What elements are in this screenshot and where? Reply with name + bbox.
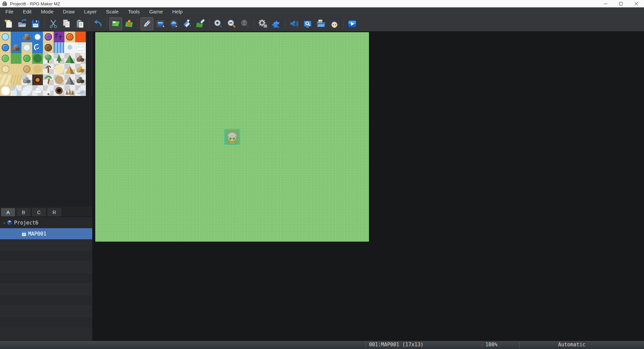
palette-tile-wasteland-pit[interactable]	[0, 64, 11, 74]
resource-manager-button[interactable]	[315, 17, 327, 30]
palette-tile-rocky-mountain[interactable]	[64, 74, 75, 85]
paste-button[interactable]	[74, 17, 87, 30]
pencil-tool-button[interactable]	[141, 17, 153, 30]
palette-tile-shallow-pond[interactable]	[0, 32, 11, 42]
app-icon	[2, 1, 7, 6]
player-start-marker[interactable]	[224, 129, 240, 145]
palette-tile-lava[interactable]	[75, 32, 86, 42]
palette-tile-pine-tree[interactable]	[54, 53, 64, 64]
palette-tile-sea[interactable]	[11, 32, 21, 42]
palette-tile-dirt-mound[interactable]	[54, 74, 64, 85]
palette-tile-snow-pine[interactable]	[43, 85, 54, 96]
menu-item-draw[interactable]: Draw	[58, 7, 79, 16]
open-project-button[interactable]	[16, 17, 29, 30]
palette-tile-dirt-hole[interactable]	[43, 42, 54, 53]
palette-tile-sea-rocks[interactable]	[11, 42, 21, 53]
close-button[interactable]	[629, 0, 644, 7]
zoom-out-button[interactable]	[225, 17, 238, 30]
palette-tile-sea-ice-floe[interactable]	[32, 32, 43, 42]
rectangle-tool-button[interactable]	[154, 17, 167, 30]
menu-item-scale[interactable]: Scale	[101, 7, 123, 16]
menu-item-tools[interactable]: Tools	[123, 7, 145, 16]
playtest-button[interactable]	[346, 17, 359, 30]
tree-item-project[interactable]: -Project6	[0, 217, 92, 228]
palette-tile-grass-thicket[interactable]	[32, 53, 43, 64]
palette-tile-poison-pond[interactable]	[43, 32, 54, 42]
toolbar-separator	[209, 18, 210, 29]
palette-tile-gold-ore[interactable]	[75, 64, 86, 74]
save-project-button[interactable]	[29, 17, 42, 30]
palette-tile-dead-tree[interactable]	[43, 64, 54, 74]
menu-item-file[interactable]: File	[1, 7, 18, 16]
palette-tile-grass-dark[interactable]	[11, 53, 21, 64]
tab-b[interactable]: B	[16, 208, 31, 216]
menu-item-edit[interactable]: Edit	[18, 7, 36, 16]
palette-tile-iron-ore[interactable]	[75, 74, 86, 85]
palette-tile-waterfall[interactable]	[54, 42, 64, 53]
palette-tile-snow-patch[interactable]	[21, 85, 32, 96]
map-editor-area[interactable]	[93, 32, 644, 341]
zoom-in-button[interactable]	[212, 17, 225, 30]
palette-tile-desert[interactable]	[11, 64, 21, 74]
sound-test-button[interactable]	[288, 17, 301, 30]
menu-item-game[interactable]: Game	[145, 7, 168, 16]
maximize-button[interactable]	[613, 0, 629, 7]
map-canvas[interactable]	[95, 32, 369, 242]
database-button[interactable]	[257, 17, 269, 30]
status-render-mode: Automatic	[558, 342, 585, 348]
palette-tile-lava-hole[interactable]	[64, 32, 75, 42]
project-label: Project6	[14, 220, 38, 226]
copy-button[interactable]	[60, 17, 73, 30]
collapse-toggle-icon[interactable]: -	[2, 220, 7, 226]
plugin-manager-button[interactable]	[270, 17, 283, 30]
palette-tile-tree[interactable]	[43, 53, 54, 64]
tileset-palette[interactable]: ❅	[0, 32, 86, 96]
menu-item-layer[interactable]: Layer	[79, 7, 102, 16]
palette-tile-water-hole[interactable]	[0, 42, 11, 53]
palette-tile-grass-pond-2[interactable]	[21, 53, 32, 64]
palette-tile-snow-clouds[interactable]	[32, 85, 43, 96]
palette-tile-whirlpool[interactable]	[32, 42, 43, 53]
palette-tile-gray-rocks[interactable]	[21, 74, 32, 85]
palette-tile-ice-mountain[interactable]	[11, 85, 21, 96]
palette-tile-sand-glow[interactable]	[54, 64, 64, 74]
undo-button[interactable]	[92, 17, 104, 30]
menu-item-mode[interactable]: Mode	[36, 7, 58, 16]
palette-tile-dirt-mountain[interactable]	[75, 53, 86, 64]
palette-tile-dunes[interactable]	[11, 74, 21, 85]
palette-tile-sand-pile[interactable]	[32, 64, 43, 74]
tab-a[interactable]: A	[1, 208, 15, 216]
palette-tile-spike-rocks[interactable]	[64, 85, 75, 96]
palette-tile-sand-mountain[interactable]	[64, 64, 75, 74]
shadow-pen-tool-button[interactable]	[194, 17, 207, 30]
palette-tile-sea-rock[interactable]	[21, 32, 32, 42]
tab-c[interactable]: C	[32, 208, 46, 216]
tree-item-map-map001[interactable]: MAP001	[0, 228, 92, 239]
tab-r[interactable]: R	[47, 208, 62, 216]
map-mode-button[interactable]	[109, 17, 122, 30]
palette-tile-grass-pond[interactable]	[0, 53, 11, 64]
flood-fill-tool-button[interactable]	[181, 17, 194, 30]
palette-tile-ice-pond[interactable]	[21, 42, 32, 53]
palette-tile-lava-rocks[interactable]	[32, 74, 43, 85]
palette-tile-clouds[interactable]	[75, 42, 86, 53]
status-separator	[519, 342, 520, 348]
menu-item-help[interactable]: Help	[168, 7, 187, 16]
event-mode-button[interactable]	[123, 17, 136, 30]
character-generator-button[interactable]	[328, 17, 341, 30]
event-searcher-button[interactable]	[301, 17, 314, 30]
palette-tile-poison-swamp[interactable]	[54, 32, 64, 42]
ellipse-tool-button[interactable]	[167, 17, 180, 30]
new-project-button[interactable]	[2, 17, 15, 30]
palette-tile-crater[interactable]	[54, 85, 64, 96]
minimize-button[interactable]	[598, 0, 613, 7]
palette-tile-snow-glow[interactable]	[0, 85, 11, 96]
cut-button[interactable]	[47, 17, 60, 30]
palette-tile-snow-rock[interactable]	[75, 85, 86, 96]
palette-tile-dirt-patch[interactable]	[21, 64, 32, 74]
tree-empty-row	[0, 272, 92, 284]
palette-tile-palm-tree[interactable]	[43, 74, 54, 85]
palette-tile-green-mountain[interactable]	[64, 53, 75, 64]
palette-tile-snowflake-field[interactable]: ❅	[64, 42, 75, 53]
palette-tile-sand-ridges[interactable]	[0, 74, 11, 85]
